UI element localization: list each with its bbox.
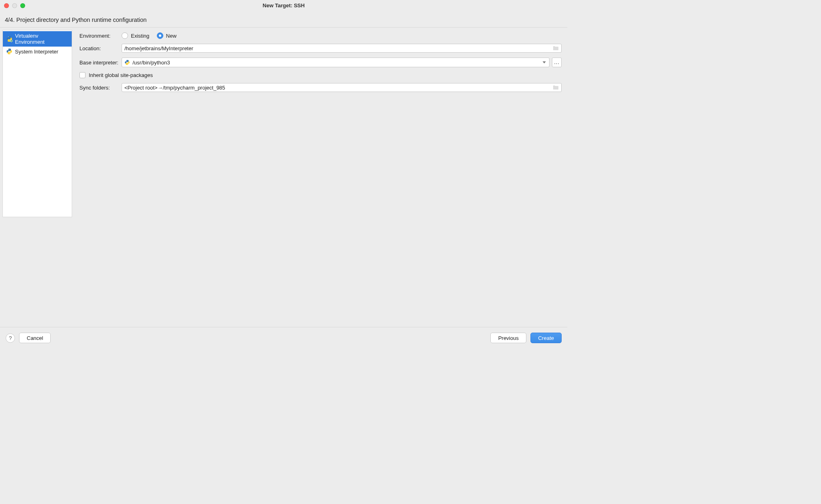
radio-existing[interactable] bbox=[122, 32, 128, 39]
previous-button[interactable]: Previous bbox=[490, 333, 526, 343]
svg-point-0 bbox=[8, 36, 9, 37]
base-interpreter-label: Base interpreter: bbox=[79, 60, 122, 66]
radio-existing-label: Existing bbox=[131, 33, 150, 39]
svg-point-6 bbox=[128, 64, 128, 64]
browse-button-label: ... bbox=[554, 60, 559, 65]
environment-row: Environment: Existing New bbox=[79, 32, 562, 39]
location-label: Location: bbox=[79, 45, 122, 51]
cancel-button[interactable]: Cancel bbox=[19, 333, 51, 343]
sidebar-item-label: Virtualenv Environment bbox=[15, 33, 68, 45]
svg-point-4 bbox=[10, 53, 10, 54]
python-venv-icon bbox=[6, 36, 13, 42]
environment-radio-group: Existing New bbox=[122, 32, 562, 39]
folder-icon[interactable] bbox=[553, 46, 559, 51]
folder-icon[interactable] bbox=[553, 85, 559, 90]
location-control: /home/jetbrains/MyInterpreter bbox=[122, 44, 562, 53]
zoom-window-button[interactable] bbox=[20, 3, 25, 8]
inherit-label: Inherit global site-packages bbox=[89, 72, 153, 78]
base-interpreter-combo[interactable]: /usr/bin/python3 bbox=[122, 58, 549, 67]
close-window-button[interactable] bbox=[4, 3, 9, 8]
sync-folders-label: Sync folders: bbox=[79, 85, 122, 91]
window-controls bbox=[0, 3, 25, 8]
help-icon: ? bbox=[9, 335, 12, 341]
browse-button[interactable]: ... bbox=[552, 58, 562, 67]
main-area: Virtualenv Environment System Interprete… bbox=[0, 28, 567, 327]
base-interpreter-value: /usr/bin/python3 bbox=[133, 60, 170, 66]
location-value: /home/jetbrains/MyInterpreter bbox=[124, 45, 193, 51]
titlebar: New Target: SSH bbox=[0, 0, 567, 11]
chevron-down-icon bbox=[543, 62, 546, 64]
inherit-row: Inherit global site-packages bbox=[79, 72, 562, 78]
step-header: 4/4. Project directory and Python runtim… bbox=[0, 11, 567, 28]
svg-point-5 bbox=[126, 60, 127, 61]
svg-rect-2 bbox=[11, 40, 13, 42]
create-button[interactable]: Create bbox=[530, 333, 562, 343]
create-button-label: Create bbox=[538, 335, 554, 341]
svg-point-3 bbox=[8, 49, 9, 49]
python-icon bbox=[6, 48, 13, 55]
sync-folders-value: <Project root>→/tmp/pycharm_project_985 bbox=[124, 85, 225, 91]
dialog-window: New Target: SSH 4/4. Project directory a… bbox=[0, 0, 567, 348]
inherit-checkbox-row[interactable]: Inherit global site-packages bbox=[79, 72, 153, 78]
form-area: Environment: Existing New Location: bbox=[79, 30, 565, 327]
base-interpreter-row: Base interpreter: /usr/bin/python3 bbox=[79, 58, 562, 67]
environment-existing-option[interactable]: Existing bbox=[122, 32, 150, 39]
inherit-checkbox[interactable] bbox=[79, 72, 86, 78]
cancel-button-label: Cancel bbox=[27, 335, 43, 341]
minimize-window-button bbox=[12, 3, 17, 8]
window-title: New Target: SSH bbox=[0, 2, 567, 9]
base-interpreter-control: /usr/bin/python3 ... bbox=[122, 58, 562, 67]
radio-new-label: New bbox=[166, 33, 177, 39]
sidebar-item-virtualenv[interactable]: Virtualenv Environment bbox=[3, 31, 72, 47]
sidebar-item-system-interpreter[interactable]: System Interpreter bbox=[3, 47, 72, 56]
sync-folders-control: <Project root>→/tmp/pycharm_project_985 bbox=[122, 83, 562, 92]
dialog-footer: ? Cancel Previous Create bbox=[0, 327, 567, 348]
sidebar-item-label: System Interpreter bbox=[15, 49, 58, 55]
radio-new[interactable] bbox=[157, 32, 163, 39]
location-input[interactable]: /home/jetbrains/MyInterpreter bbox=[122, 44, 562, 53]
location-row: Location: /home/jetbrains/MyInterpreter bbox=[79, 44, 562, 53]
interpreter-type-list: Virtualenv Environment System Interprete… bbox=[2, 30, 72, 217]
environment-label: Environment: bbox=[79, 33, 122, 39]
help-button[interactable]: ? bbox=[6, 333, 15, 343]
python-icon bbox=[124, 60, 130, 65]
previous-button-label: Previous bbox=[498, 335, 519, 341]
environment-new-option[interactable]: New bbox=[157, 32, 177, 39]
sync-folders-row: Sync folders: <Project root>→/tmp/pychar… bbox=[79, 83, 562, 92]
sync-folders-input[interactable]: <Project root>→/tmp/pycharm_project_985 bbox=[122, 83, 562, 92]
